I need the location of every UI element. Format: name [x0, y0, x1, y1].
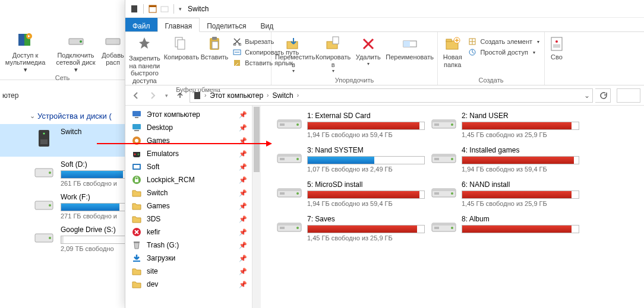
new-item-icon — [468, 37, 476, 46]
nav-item[interactable]: kefir 📌 — [125, 226, 252, 239]
nav-item[interactable]: site 📌 — [125, 265, 252, 278]
pin-icon: 📌 — [239, 189, 247, 197]
svg-rect-66 — [280, 158, 285, 160]
map-network-drive-button[interactable]: Подключить сетевой диск ▾ — [50, 27, 101, 80]
drive-tile[interactable]: 4: Installed games 1,94 ГБ свободно из 5… — [431, 146, 579, 177]
nav-item[interactable]: Trash (G:) 📌 — [125, 239, 252, 252]
move-to-button[interactable]: Переместить в▾ — [275, 36, 312, 74]
scrollbar-thumb[interactable] — [254, 107, 260, 172]
capacity-bar — [462, 190, 579, 199]
tab-share[interactable]: Поделиться — [200, 18, 253, 31]
chevron-down-icon: ▾ — [165, 93, 168, 99]
tab-file[interactable]: Файл — [125, 18, 157, 31]
address-bar[interactable]: › Этот компьютер › Switch › ⌄ — [190, 88, 593, 103]
scrollbar[interactable] — [252, 106, 261, 308]
paste-button[interactable]: Вставить — [201, 36, 229, 61]
pin-icon: 📌 — [239, 242, 247, 249]
svg-rect-82 — [280, 227, 285, 229]
navigation-bar: ▾ › Этот компьютер › Switch › ⌄ — [125, 85, 644, 106]
pin-icon: 📌 — [239, 228, 247, 236]
tab-home[interactable]: Главная — [157, 18, 200, 32]
content-pane[interactable]: 1: External SD Card 1,94 ГБ свободно из … — [252, 106, 644, 308]
tab-view[interactable]: Вид — [253, 18, 280, 31]
nav-item[interactable]: Загрузки 📌 — [125, 252, 252, 265]
pin-quick-access-button[interactable]: Закрепить на панели быстрого доступа — [129, 36, 160, 85]
drive-tile[interactable]: 8: Album — [431, 215, 579, 246]
nav-item[interactable]: Soft 📌 — [125, 160, 252, 173]
shortcut-paste-icon — [233, 59, 241, 67]
properties-button[interactable]: Сво — [548, 36, 565, 61]
svg-point-77 — [451, 192, 453, 195]
delete-icon — [360, 36, 377, 52]
new-item-button[interactable]: Создать элемент▾ — [467, 37, 541, 46]
nav-item[interactable]: Lockpick_RCM 📌 — [125, 173, 252, 186]
path-icon — [233, 48, 241, 56]
titlebar[interactable]: ▾ Switch — [125, 0, 644, 18]
svg-rect-32 — [403, 41, 410, 47]
delete-button[interactable]: Удалить▾ — [354, 36, 382, 66]
qat-new-folder-icon[interactable] — [160, 5, 169, 13]
drive-free-space: 1,07 ГБ свободно из 2,49 ГБ — [307, 166, 425, 173]
nav-item-label: Games — [147, 136, 170, 145]
nav-item[interactable]: Desktop 📌 — [125, 121, 252, 134]
nav-item[interactable]: dev 📌 — [125, 278, 252, 291]
hdd-icon — [33, 160, 55, 182]
chevron-right-icon: › — [203, 92, 207, 99]
add-location-button[interactable]: Добавь расп — [101, 27, 125, 80]
ribbon-group-organize-label: Упорядочить — [275, 75, 434, 84]
nav-item[interactable]: 3DS 📌 — [125, 212, 252, 226]
nav-item[interactable]: Этот компьютер 📌 — [125, 108, 252, 121]
svg-point-46 — [135, 139, 138, 142]
capacity-bar — [307, 225, 425, 233]
drive-tile[interactable]: 6: NAND install 1,45 ГБ свободно из 25,9… — [431, 180, 579, 211]
scissors-icon — [233, 37, 241, 46]
svg-rect-68 — [432, 154, 456, 157]
nav-item[interactable]: Games 📌 — [125, 134, 252, 147]
media-access-button[interactable]: Доступ к мультимедиа ▾ — [0, 27, 50, 80]
drive-name: 4: Installed games — [462, 146, 579, 154]
nav-item[interactable]: Emulators 📌 — [125, 147, 252, 160]
lock-icon — [131, 174, 142, 185]
drive-tile[interactable]: 2: Nand USER 1,45 ГБ свободно из 25,9 ГБ — [431, 112, 579, 142]
svg-rect-43 — [132, 124, 141, 129]
hdd-icon — [431, 113, 457, 132]
svg-rect-84 — [432, 223, 456, 226]
copy-to-button[interactable]: Копировать в▾ — [315, 36, 351, 74]
breadcrumb-switch[interactable]: Switch — [271, 91, 294, 100]
hdd-icon — [276, 147, 302, 166]
nav-item[interactable]: Games 📌 — [125, 199, 252, 212]
qat-properties-icon[interactable] — [149, 5, 157, 13]
drive-tile[interactable]: 7: Saves 1,45 ГБ свободно из 25,9 ГБ — [276, 215, 425, 246]
svg-point-10 — [49, 172, 51, 174]
navigation-pane[interactable]: Этот компьютер 📌 Desktop 📌 Games 📌 Emula… — [125, 106, 252, 308]
easy-access-button[interactable]: Простой доступ▾ — [467, 47, 541, 57]
nav-item-label: site — [147, 267, 158, 275]
refresh-button[interactable] — [595, 88, 611, 103]
search-box[interactable] — [617, 88, 640, 103]
folder-icon — [131, 266, 142, 277]
drive-tile[interactable]: 5: MicroSD install 1,94 ГБ свободно из 5… — [276, 180, 425, 211]
nav-item-label: Trash (G:) — [147, 241, 179, 249]
svg-rect-80 — [277, 223, 301, 226]
drive-tile[interactable]: 1: External SD Card 1,94 ГБ свободно из … — [276, 112, 425, 142]
address-dropdown[interactable]: ⌄ — [584, 91, 590, 100]
nav-item[interactable]: Switch 📌 — [125, 186, 252, 199]
drive-tile[interactable]: 3: Nand SYSTEM 1,07 ГБ свободно из 2,49 … — [276, 146, 425, 177]
drive-free-space: 1,94 ГБ свободно из 59,4 ГБ — [307, 200, 425, 207]
svg-point-73 — [296, 192, 299, 195]
copy-button[interactable]: Копировать — [164, 36, 197, 61]
hdd-icon — [431, 216, 457, 235]
qat-dropdown[interactable]: ▾ — [179, 6, 182, 12]
chevron-down-icon: ▾ — [24, 66, 27, 73]
hdd-icon — [33, 193, 55, 214]
nav-item-label: Этот компьютер — [147, 110, 200, 119]
svg-rect-70 — [434, 158, 439, 160]
ribbon-group-new-label: Создать — [441, 75, 541, 84]
drive-name: 3: Nand SYSTEM — [307, 146, 425, 154]
rename-button[interactable]: Переименовать — [386, 36, 434, 61]
nav-item-label: Games — [147, 202, 170, 210]
svg-rect-30 — [333, 37, 339, 44]
drive-name: 6: NAND install — [462, 180, 579, 189]
breadcrumb-pc[interactable]: Этот компьютер — [209, 91, 264, 100]
new-folder-button[interactable]: Новая папка — [441, 36, 463, 68]
